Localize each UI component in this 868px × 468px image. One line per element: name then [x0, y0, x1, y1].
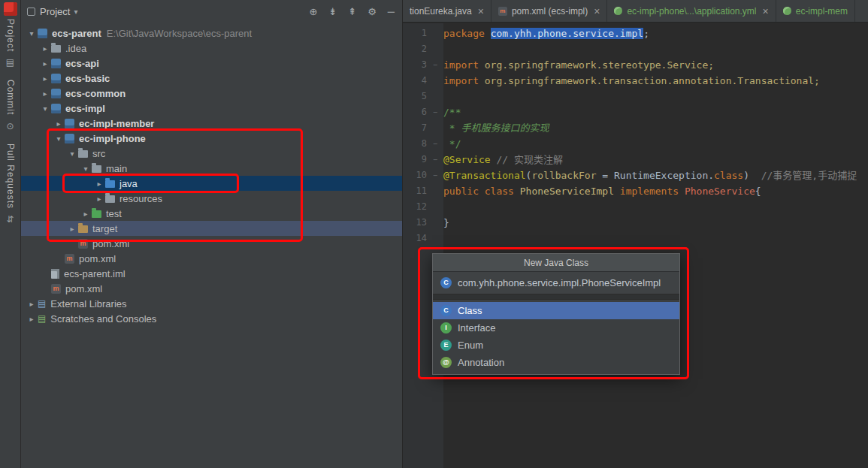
code-text[interactable]: public class PhoneServiceImpl implements…: [443, 183, 761, 199]
chevron-right-icon[interactable]: ▸: [39, 44, 51, 53]
tree-item-test[interactable]: ▸test: [21, 206, 402, 221]
chevron-right-icon[interactable]: ▸: [39, 59, 51, 68]
tree-item-label: pom.xml: [65, 283, 102, 294]
collapse-all-icon[interactable]: ⇞: [348, 6, 356, 17]
line-number: 4: [403, 73, 427, 89]
chevron-right-icon[interactable]: ▸: [66, 225, 78, 233]
tree-item-ecs-parent[interactable]: ▾ecs-parentE:\Git\JavaWorkspace\ecs-pare…: [21, 26, 402, 41]
line-number: 5: [403, 89, 427, 104]
chevron-down-icon[interactable]: ▾: [74, 8, 77, 16]
kind-option-annotation[interactable]: @Annotation: [433, 354, 679, 371]
code-text[interactable]: @Service // 实现类注解: [443, 152, 563, 168]
chevron-right-icon[interactable]: ▸: [80, 210, 92, 218]
tree-item-pom-xml[interactable]: mpom.xml: [21, 251, 402, 266]
tree-item-src[interactable]: ▾src: [21, 146, 402, 161]
code-text[interactable]: import org.springframework.stereotype.Se…: [443, 57, 714, 73]
tab-ec-impl-mem[interactable]: ec-impl-mem: [776, 0, 855, 22]
project-panel-title[interactable]: Project: [40, 6, 70, 17]
close-tab-icon[interactable]: ×: [594, 5, 600, 17]
spring-icon: [783, 7, 791, 15]
chevron-right-icon[interactable]: ▸: [93, 195, 105, 203]
tree-item-ecs-parent-iml[interactable]: ecs-parent.iml: [21, 266, 402, 281]
chevron-right-icon[interactable]: ▸: [26, 300, 38, 308]
folder-icon: [78, 225, 88, 233]
chevron-right-icon[interactable]: ▸: [26, 315, 38, 323]
tab-pom-xml-ecs-impl[interactable]: mpom.xml (ecs-impl)×: [491, 0, 608, 22]
chevron-down-icon[interactable]: ▾: [66, 149, 78, 158]
chevron-right-icon[interactable]: ▸: [53, 119, 65, 128]
kind-option-class[interactable]: CClass: [433, 302, 679, 319]
tree-item-label: ecs-parent.iml: [64, 268, 126, 279]
tree-item-label: java: [119, 178, 138, 189]
tab-tioneureka-java[interactable]: tionEureka.java×: [403, 0, 491, 22]
line-number: 13: [403, 215, 427, 231]
tree-item-pom-xml[interactable]: mpom.xml: [21, 281, 402, 296]
chevron-down-icon[interactable]: ▾: [39, 104, 51, 113]
tree-item-label: .idea: [65, 43, 86, 54]
scratches-icon: ▤: [38, 314, 46, 324]
tree-item-label: target: [92, 223, 117, 234]
tool-window-button-commit[interactable]: Commit⊙: [5, 80, 16, 138]
fold-marker-icon[interactable]: −: [427, 136, 443, 152]
tree-item-ec-impl-phone[interactable]: ▾ec-impl-phone: [21, 131, 402, 146]
tree-item-ecs-common[interactable]: ▸ecs-common: [21, 86, 402, 101]
chevron-down-icon[interactable]: ▾: [53, 134, 65, 143]
close-tab-icon[interactable]: ×: [478, 5, 484, 17]
tree-item-resources[interactable]: ▸resources: [21, 191, 402, 206]
locate-icon[interactable]: ⊕: [309, 6, 317, 17]
project-tool-window: Project ▾ ⊕⇟⇞⚙─ ▾ecs-parentE:\Git\JavaWo…: [21, 0, 403, 468]
chevron-right-icon[interactable]: ▸: [93, 180, 105, 188]
kind-option-enum[interactable]: EEnum: [433, 337, 679, 354]
kind-option-interface[interactable]: IInterface: [433, 319, 679, 337]
tool-window-button-pull-requests[interactable]: Pull Requests⇵: [5, 143, 16, 232]
fold-marker-icon[interactable]: −: [427, 168, 443, 183]
tree-item-pom-xml[interactable]: mpom.xml: [21, 236, 402, 251]
code-text[interactable]: */: [443, 136, 461, 152]
code-text[interactable]: }: [443, 215, 449, 231]
tool-window-button-project[interactable]: Project▤: [5, 19, 16, 75]
line-number: 2: [403, 41, 427, 57]
code-line: 3−import org.springframework.stereotype.…: [403, 57, 868, 73]
code-line: 11public class PhoneServiceImpl implemen…: [403, 183, 868, 199]
settings-icon[interactable]: ⚙: [367, 6, 377, 17]
tab-ec-impl-phone-application-yml[interactable]: ec-impl-phone\...\application.yml×: [607, 0, 776, 22]
fold-marker-icon[interactable]: −: [427, 152, 443, 168]
tree-item-main[interactable]: ▾main: [21, 161, 402, 176]
tree-item-scratches-and-consoles[interactable]: ▸▤Scratches and Consoles: [21, 311, 402, 326]
tree-item-ec-impl-member[interactable]: ▸ec-impl-member: [21, 116, 402, 131]
code-text[interactable]: /**: [443, 104, 461, 120]
hide-icon[interactable]: ─: [388, 6, 395, 17]
module-icon: [51, 104, 61, 113]
code-text[interactable]: import org.springframework.transaction.a…: [443, 73, 820, 89]
editor[interactable]: 1package com.yhh.phone.service.impl;23−i…: [403, 23, 868, 468]
tree-item-target[interactable]: ▸target: [21, 221, 402, 236]
close-tab-icon[interactable]: ×: [763, 5, 769, 17]
tree-item-idea[interactable]: ▸.idea: [21, 41, 402, 56]
code-line: 4import org.springframework.transaction.…: [403, 73, 868, 89]
chevron-right-icon[interactable]: ▸: [39, 89, 51, 98]
tree-item-label: pom.xml: [92, 238, 129, 249]
chevron-down-icon[interactable]: ▾: [80, 165, 92, 173]
tree-item-ecs-basic[interactable]: ▸ecs-basic: [21, 71, 402, 86]
panel-header-actions: ⊕⇟⇞⚙─: [309, 6, 395, 17]
chevron-down-icon[interactable]: ▾: [26, 29, 38, 38]
chevron-right-icon[interactable]: ▸: [39, 74, 51, 83]
class-name-input[interactable]: C com.yhh.phone.service.impl.PhoneServic…: [433, 272, 679, 294]
popup-title: New Java Class: [433, 254, 679, 272]
fold-marker-icon[interactable]: −: [427, 104, 443, 120]
tree-item-ecs-impl[interactable]: ▾ecs-impl: [21, 101, 402, 116]
expand-all-icon[interactable]: ⇟: [328, 6, 337, 17]
fold-marker-icon[interactable]: −: [427, 57, 443, 73]
code-text[interactable]: @Transactional(rollbackFor = RuntimeExce…: [443, 168, 857, 183]
code-line: 13}: [403, 215, 868, 231]
class-icon: C: [440, 305, 452, 316]
code-line: 12: [403, 199, 868, 215]
tree-item-java[interactable]: ▸java: [21, 176, 402, 191]
tree-item-ecs-api[interactable]: ▸ecs-api: [21, 56, 402, 71]
tree-item-external-libraries[interactable]: ▸▤External Libraries: [21, 296, 402, 311]
code-text[interactable]: package com.yhh.phone.service.impl;: [443, 26, 649, 41]
code-line: 10−@Transactional(rollbackFor = RuntimeE…: [403, 168, 868, 183]
editor-zone: tionEureka.java×mpom.xml (ecs-impl)×ec-i…: [403, 0, 868, 468]
code-text[interactable]: * 手机服务接口的实现: [443, 120, 549, 136]
tree-item-label: Scratches and Consoles: [50, 313, 156, 325]
